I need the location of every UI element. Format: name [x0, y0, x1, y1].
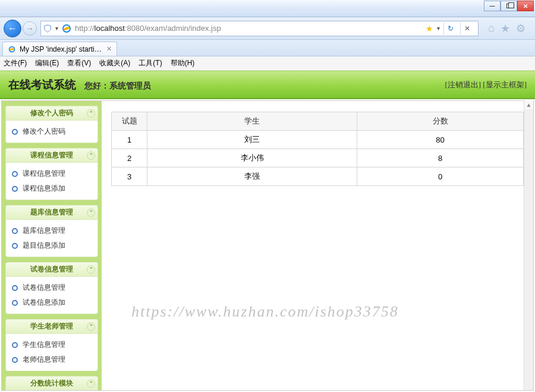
table-cell: 李强 [147, 167, 357, 186]
refresh-button[interactable]: ↻ [443, 22, 457, 35]
page-header: 在线考试系统 您好：系统管理员 [注销退出] [显示主框架] [0, 71, 535, 99]
dropdown-chevron-icon[interactable]: ▾ [55, 25, 58, 31]
sidebar-item-label: 老师信息管理 [23, 355, 65, 365]
sidebar-item-label: 题库信息管理 [23, 226, 65, 236]
tab-title: My JSP 'index.jsp' startin... [20, 45, 103, 53]
tab-close-button[interactable]: ✕ [106, 45, 112, 53]
home-icon[interactable]: ⌂ [488, 22, 495, 34]
bullet-icon [12, 357, 18, 363]
table-cell: 0 [357, 167, 524, 186]
panel-header[interactable]: 分数统计模块⌃ [6, 377, 97, 390]
bullet-icon [12, 228, 18, 234]
window-close-button[interactable] [517, 1, 534, 11]
collapse-icon[interactable]: ⌃ [87, 323, 95, 331]
bullet-icon [12, 285, 18, 291]
menu-favorites[interactable]: 收藏夹(A) [99, 58, 130, 68]
th-id: 试题 [112, 112, 147, 131]
stop-button[interactable]: ✕ [460, 22, 473, 35]
back-button[interactable]: ← [4, 20, 21, 37]
collapse-icon[interactable]: ⌃ [87, 380, 95, 388]
favorite-star-icon[interactable]: ★ [426, 24, 433, 33]
greeting: 您好：系统管理员 [84, 81, 151, 91]
th-score: 分数 [357, 112, 524, 131]
sidebar-item-label: 修改个人密码 [23, 127, 65, 137]
vertical-scrollbar[interactable]: ▲ [524, 100, 533, 390]
sidebar-item-label: 试卷信息添加 [23, 298, 65, 308]
table-cell: 李小伟 [147, 149, 357, 167]
panel-header[interactable]: 修改个人密码⌃ [6, 106, 97, 121]
address-bar[interactable]: ▾ http://localhost:8080/exam/admin/index… [40, 21, 479, 36]
menu-view[interactable]: 查看(V) [67, 58, 91, 68]
tools-gear-icon[interactable]: ⚙ [516, 22, 525, 35]
bullet-icon [12, 129, 18, 135]
table-cell: 80 [357, 131, 524, 149]
panel-body: 课程信息管理课程信息添加 [6, 163, 97, 200]
ie-icon [62, 24, 71, 33]
bullet-icon [12, 342, 18, 348]
sidebar-item-label: 课程信息管理 [23, 169, 65, 179]
sidebar-panel: 题库信息管理⌃题库信息管理题目信息添加 [5, 205, 98, 257]
panel-header[interactable]: 试卷信息管理⌃ [6, 263, 97, 277]
th-student: 学生 [147, 112, 357, 131]
menu-tools[interactable]: 工具(T) [139, 58, 162, 68]
sidebar-item-label: 题目信息添加 [23, 241, 65, 251]
logout-link[interactable]: [注销退出] [445, 80, 481, 89]
table-row: 1刘三80 [112, 131, 524, 149]
panel-body: 学生信息管理老师信息管理 [6, 334, 97, 371]
table-row: 3李强0 [112, 167, 524, 186]
panel-title: 学生老师管理 [30, 321, 73, 331]
collapse-icon[interactable]: ⌃ [87, 265, 95, 274]
table-cell: 8 [357, 149, 524, 167]
forward-button[interactable]: → [23, 21, 37, 36]
sidebar-item[interactable]: 老师信息管理 [12, 352, 92, 367]
bullet-icon [12, 300, 18, 306]
header-links: [注销退出] [显示主框架] [445, 80, 527, 90]
bullet-icon [12, 186, 18, 192]
sidebar-panel: 课程信息管理⌃课程信息管理课程信息添加 [5, 148, 98, 200]
favorites-icon[interactable]: ★ [501, 22, 510, 35]
panel-body: 题库信息管理题目信息添加 [6, 220, 97, 257]
collapse-icon[interactable]: ⌃ [87, 109, 95, 118]
panel-title: 课程信息管理 [30, 150, 73, 160]
window-minimize-button[interactable] [484, 1, 501, 11]
menu-help[interactable]: 帮助(H) [171, 58, 195, 68]
security-shield-icon [43, 24, 52, 33]
menu-edit[interactable]: 编辑(E) [35, 58, 59, 68]
table-cell: 刘三 [147, 131, 357, 149]
sidebar-item-label: 学生信息管理 [23, 340, 65, 350]
sidebar-item[interactable]: 试卷信息添加 [12, 295, 92, 310]
menu-file[interactable]: 文件(F) [4, 58, 27, 68]
score-table: 试题 学生 分数 1刘三802李小伟83李强0 [111, 112, 524, 186]
sidebar-item[interactable]: 修改个人密码 [12, 124, 92, 139]
sidebar-item[interactable]: 题目信息添加 [12, 238, 92, 253]
sidebar-item[interactable]: 试卷信息管理 [12, 280, 92, 295]
sidebar-item-label: 课程信息添加 [23, 184, 65, 194]
collapse-icon[interactable]: ⌃ [87, 151, 95, 160]
sidebar-item[interactable]: 学生信息管理 [12, 337, 92, 352]
panel-header[interactable]: 题库信息管理⌃ [6, 206, 97, 220]
show-frame-link[interactable]: [显示主框架] [483, 80, 527, 89]
sidebar-item-label: 试卷信息管理 [23, 283, 65, 293]
watermark: https://www.huzhan.com/ishop33758 [131, 303, 399, 321]
panel-header[interactable]: 学生老师管理⌃ [6, 320, 97, 334]
ie-icon [8, 45, 16, 53]
scroll-up-arrow-icon[interactable]: ▲ [524, 100, 533, 109]
browser-tab-row: My JSP 'index.jsp' startin... ✕ [0, 40, 535, 56]
collapse-icon[interactable]: ⌃ [87, 208, 95, 217]
browser-tab[interactable]: My JSP 'index.jsp' startin... ✕ [2, 42, 117, 56]
sidebar-item[interactable]: 课程信息管理 [12, 166, 92, 181]
url-text: http://localhost:8080/exam/admin/index.j… [75, 24, 422, 33]
sidebar-item[interactable]: 题库信息管理 [12, 223, 92, 238]
url-history-chevron-icon[interactable]: ▾ [437, 25, 440, 31]
sidebar: 修改个人密码⌃修改个人密码课程信息管理⌃课程信息管理课程信息添加题库信息管理⌃题… [2, 101, 102, 390]
table-cell: 3 [112, 167, 147, 186]
window-maximize-button[interactable] [501, 1, 517, 11]
panel-title: 试卷信息管理 [30, 264, 73, 274]
sidebar-item[interactable]: 课程信息添加 [12, 181, 92, 196]
panel-title: 分数统计模块 [30, 378, 73, 388]
panel-body: 修改个人密码 [6, 121, 97, 143]
sidebar-panel: 试卷信息管理⌃试卷信息管理试卷信息添加 [5, 262, 98, 314]
bullet-icon [12, 171, 18, 177]
table-cell: 2 [112, 149, 147, 167]
panel-header[interactable]: 课程信息管理⌃ [6, 148, 97, 163]
